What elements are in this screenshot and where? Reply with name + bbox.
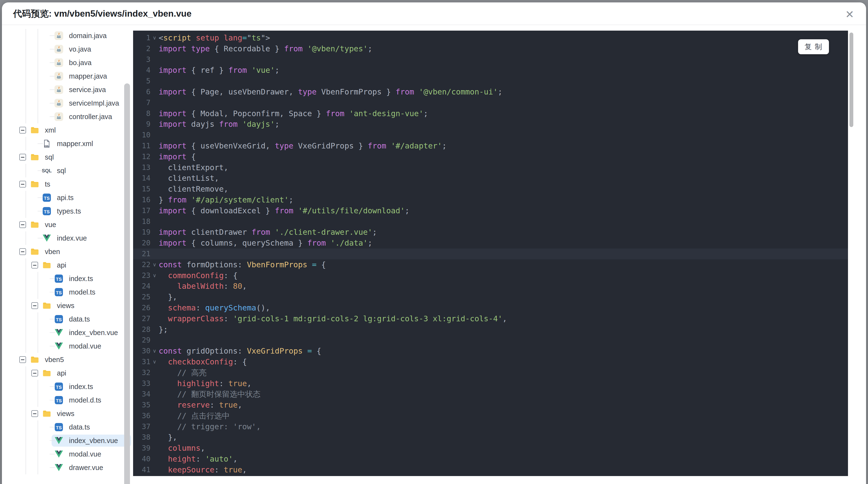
fold-arrow-icon[interactable]: ∨ bbox=[151, 33, 159, 43]
line-number: 16 bbox=[133, 195, 151, 205]
tree-item-service-java[interactable]: service.java bbox=[2, 83, 133, 96]
tree-item-views[interactable]: views bbox=[2, 407, 133, 420]
fold-spacer bbox=[151, 421, 159, 432]
tree-item-vben[interactable]: vben bbox=[2, 245, 133, 258]
tree-item-label: index.vue bbox=[57, 231, 87, 245]
code-editor: 1∨<script setup lang="ts">2import type {… bbox=[133, 31, 848, 476]
ts-file-icon: TS bbox=[55, 274, 63, 283]
modal-header: 代码预览: vm/vben5/views/index_vben.vue ✕ bbox=[2, 2, 866, 25]
fold-arrow-icon[interactable]: ∨ bbox=[151, 346, 159, 356]
copy-button[interactable]: 复 制 bbox=[798, 39, 829, 54]
tree-connector bbox=[50, 332, 55, 333]
tree-item-model-ts[interactable]: TSmodel.ts bbox=[2, 285, 133, 299]
line-number: 28 bbox=[133, 324, 151, 335]
tree-item-api[interactable]: api bbox=[2, 258, 133, 272]
code-text: keepSource: true, bbox=[159, 464, 247, 475]
tree-guide-line bbox=[26, 299, 26, 312]
code-text: }; bbox=[159, 324, 168, 335]
tree-item-data-ts[interactable]: TSdata.ts bbox=[2, 420, 133, 434]
collapse-toggle-icon[interactable] bbox=[19, 356, 26, 363]
tree-item-label: drawer.vue bbox=[69, 461, 103, 474]
collapse-toggle-icon[interactable] bbox=[19, 154, 26, 161]
line-number: 15 bbox=[133, 184, 151, 195]
tree-item-types-ts[interactable]: TStypes.ts bbox=[2, 204, 133, 218]
collapse-toggle-icon[interactable] bbox=[19, 221, 26, 228]
tree-item-label: index_vben.vue bbox=[69, 434, 118, 447]
code-line: 8import { Modal, Popconfirm, Space } fro… bbox=[133, 108, 848, 119]
tree-item-data-ts[interactable]: TSdata.ts bbox=[2, 312, 133, 326]
tree-item-vue[interactable]: vue bbox=[2, 218, 133, 231]
tree-item-xml[interactable]: xml bbox=[2, 123, 133, 137]
tree-item-api-ts[interactable]: TSapi.ts bbox=[2, 191, 133, 204]
folder-file-icon bbox=[30, 247, 39, 256]
collapse-toggle-icon[interactable] bbox=[19, 181, 26, 188]
code-line: 41 keepSource: true, bbox=[133, 464, 848, 475]
tree-item-sql[interactable]: sql bbox=[2, 151, 133, 164]
tree-item-index-ts[interactable]: TSindex.ts bbox=[2, 380, 133, 393]
tree-guide-line bbox=[26, 272, 26, 285]
close-icon[interactable]: ✕ bbox=[843, 8, 857, 21]
tree-item-index-ts[interactable]: TSindex.ts bbox=[2, 272, 133, 285]
collapse-toggle-icon[interactable] bbox=[19, 127, 26, 133]
code-text: import clientDrawer from './client-drawe… bbox=[159, 227, 377, 238]
code-line: 16} from '#/api/system/client'; bbox=[133, 195, 848, 205]
fold-spacer bbox=[151, 464, 159, 475]
java-file-icon bbox=[55, 112, 63, 121]
code-line: 12import { bbox=[133, 151, 848, 162]
fold-spacer bbox=[151, 130, 159, 140]
tree-item-index-vben-vue[interactable]: index_vben.vue bbox=[2, 326, 133, 340]
editor-scrollbar[interactable] bbox=[849, 33, 853, 127]
tree-item-label: ts bbox=[45, 178, 51, 191]
tree-item-bo-java[interactable]: bo.java bbox=[2, 56, 133, 69]
tree-connector bbox=[50, 467, 55, 468]
line-number: 11 bbox=[133, 140, 151, 151]
tree-connector bbox=[50, 117, 55, 117]
line-number: 20 bbox=[133, 238, 151, 249]
ts-file-icon: TS bbox=[55, 396, 63, 405]
fold-arrow-icon[interactable]: ∨ bbox=[151, 259, 159, 270]
tree-guide-line bbox=[26, 191, 26, 204]
collapse-toggle-icon[interactable] bbox=[19, 248, 26, 255]
tree-item-controller-java[interactable]: controller.java bbox=[2, 110, 133, 123]
tree-item-serviceimpl-java[interactable]: serviceImpl.java bbox=[2, 96, 133, 110]
fold-arrow-icon[interactable]: ∨ bbox=[151, 356, 159, 367]
code-line: 23∨ commonConfig: { bbox=[133, 270, 848, 281]
tree-item-vben5[interactable]: vben5 bbox=[2, 353, 133, 366]
line-number: 27 bbox=[133, 313, 151, 324]
collapse-toggle-icon[interactable] bbox=[31, 370, 38, 377]
collapse-toggle-icon[interactable] bbox=[31, 410, 38, 417]
tree-item-domain-java[interactable]: domain.java bbox=[2, 29, 133, 42]
tree-item-vo-java[interactable]: vo.java bbox=[2, 42, 133, 56]
code-text: import { downloadExcel } from '#/utils/f… bbox=[159, 205, 409, 216]
code-line: 10 bbox=[133, 130, 848, 140]
code-text: import { useVbenVxeGrid, type VxeGridPro… bbox=[159, 140, 446, 151]
tree-guide-line bbox=[38, 393, 38, 407]
tree-item-api[interactable]: api bbox=[2, 366, 133, 380]
ts-file-icon: TS bbox=[55, 288, 63, 296]
tree-item-modal-vue[interactable]: modal.vue bbox=[2, 447, 133, 461]
tree-item-mapper-xml[interactable]: XMLmapper.xml bbox=[2, 137, 133, 151]
tree-item-label: model.d.ts bbox=[69, 393, 101, 407]
tree-item-index-vue[interactable]: index.vue bbox=[2, 231, 133, 245]
tree-guide-line bbox=[38, 96, 38, 110]
page-background: { "header": { "title": "代码预览: vm/vben5/v… bbox=[0, 0, 868, 484]
fold-arrow-icon[interactable]: ∨ bbox=[151, 270, 159, 281]
code-text: import { Modal, Popconfirm, Space } from… bbox=[159, 108, 428, 119]
ts-file-icon: TS bbox=[55, 315, 63, 323]
tree-guide-line bbox=[38, 83, 38, 96]
tree-item-ts[interactable]: ts bbox=[2, 178, 133, 191]
collapse-toggle-icon[interactable] bbox=[31, 302, 38, 309]
tree-guide-line bbox=[26, 366, 26, 380]
tree-item-model-d-ts[interactable]: TSmodel.d.ts bbox=[2, 393, 133, 407]
tree-item-drawer-vue[interactable]: drawer.vue bbox=[2, 461, 133, 474]
collapse-toggle-icon[interactable] bbox=[31, 262, 38, 268]
fold-spacer bbox=[151, 76, 159, 87]
tree-item-modal-vue[interactable]: modal.vue bbox=[2, 340, 133, 353]
tree-item-views[interactable]: views bbox=[2, 299, 133, 312]
tree-item-index-vben-vue[interactable]: index_vben.vue bbox=[2, 434, 133, 447]
tree-scrollbar[interactable] bbox=[124, 84, 130, 484]
tree-item-mapper-java[interactable]: mapper.java bbox=[2, 69, 133, 83]
tree-item-sql[interactable]: SQLsql bbox=[2, 164, 133, 178]
java-file-icon bbox=[55, 72, 63, 80]
line-number: 29 bbox=[133, 335, 151, 346]
